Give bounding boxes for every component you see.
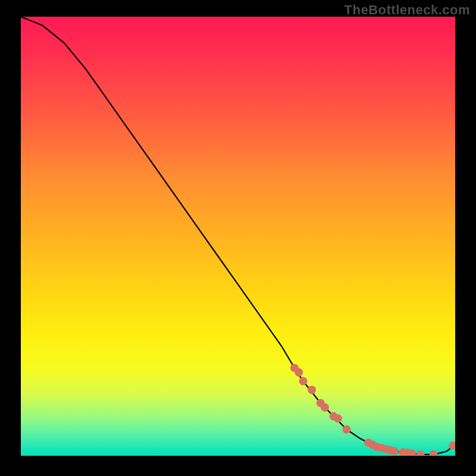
chart-svg <box>21 17 455 456</box>
marker-dot <box>416 450 425 456</box>
marker-dot <box>295 368 303 377</box>
marker-dot <box>390 447 399 456</box>
chart-frame: TheBottleneck.com <box>0 0 476 476</box>
marker-dot <box>343 425 351 434</box>
bottleneck-markers <box>290 364 455 456</box>
marker-dot <box>334 414 342 422</box>
watermark-text: TheBottleneck.com <box>345 2 470 18</box>
marker-dot <box>321 403 329 412</box>
marker-dot <box>308 386 316 394</box>
plot-area <box>21 17 455 456</box>
marker-dot <box>430 450 438 456</box>
bottleneck-curve <box>21 17 455 455</box>
marker-dot <box>299 377 308 386</box>
